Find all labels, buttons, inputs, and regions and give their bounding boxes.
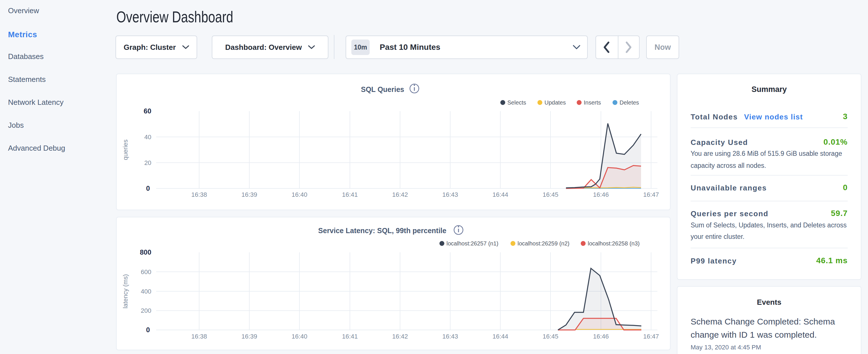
svg-text:latency (ms): latency (ms)	[122, 274, 129, 309]
svg-text:40: 40	[145, 133, 151, 141]
svg-text:16:46: 16:46	[593, 191, 609, 198]
svg-text:localhost:26258 (n3): localhost:26258 (n3)	[588, 240, 640, 247]
svg-text:16:44: 16:44	[492, 333, 508, 340]
svg-text:queries: queries	[122, 139, 129, 160]
svg-text:16:42: 16:42	[392, 191, 408, 198]
svg-text:16:41: 16:41	[342, 191, 358, 198]
svg-text:16:39: 16:39	[241, 333, 257, 340]
svg-text:SQL Queries: SQL Queries	[361, 85, 404, 93]
svg-text:400: 400	[141, 288, 151, 295]
svg-text:Inserts: Inserts	[584, 99, 601, 106]
svg-text:Service Latency: SQL, 99th per: Service Latency: SQL, 99th percentile	[318, 227, 446, 234]
svg-text:16:40: 16:40	[291, 191, 307, 198]
svg-text:16:43: 16:43	[442, 333, 458, 340]
svg-text:16:44: 16:44	[492, 191, 508, 198]
svg-text:800: 800	[140, 248, 151, 256]
svg-text:600: 600	[141, 268, 151, 276]
svg-text:60: 60	[144, 107, 151, 115]
svg-text:16:41: 16:41	[342, 333, 358, 340]
svg-text:16:43: 16:43	[442, 191, 458, 198]
svg-text:16:39: 16:39	[241, 191, 257, 198]
svg-text:16:47: 16:47	[643, 333, 659, 340]
svg-text:Updates: Updates	[545, 99, 566, 106]
svg-text:localhost:26259 (n2): localhost:26259 (n2)	[518, 240, 569, 247]
svg-text:0: 0	[146, 326, 150, 334]
svg-text:16:47: 16:47	[643, 191, 659, 198]
svg-text:16:46: 16:46	[593, 333, 609, 340]
svg-text:16:45: 16:45	[542, 191, 558, 198]
svg-text:0: 0	[146, 185, 150, 192]
svg-text:20: 20	[145, 159, 151, 166]
svg-text:16:40: 16:40	[291, 333, 307, 340]
svg-text:Deletes: Deletes	[620, 99, 639, 106]
svg-text:16:42: 16:42	[392, 333, 408, 340]
svg-text:localhost:26257 (n1): localhost:26257 (n1)	[446, 240, 498, 247]
svg-text:16:38: 16:38	[191, 333, 207, 340]
svg-text:200: 200	[141, 307, 151, 314]
svg-text:Selects: Selects	[507, 99, 526, 106]
svg-text:16:45: 16:45	[542, 333, 558, 340]
svg-text:16:38: 16:38	[191, 191, 207, 198]
